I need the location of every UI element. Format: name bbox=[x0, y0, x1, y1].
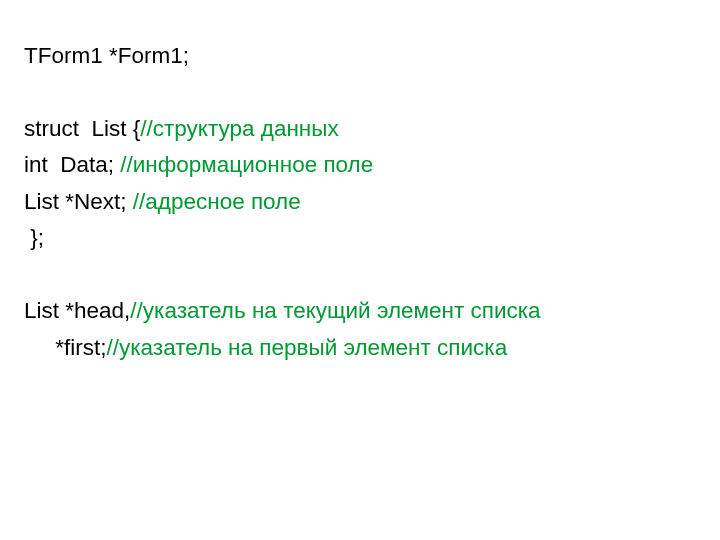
code-comment: //структура данных bbox=[140, 116, 338, 141]
code-line: *first;//указатель на первый элемент спи… bbox=[24, 330, 696, 366]
code-line: int Data; //информационное поле bbox=[24, 147, 696, 183]
code-comment: //информационное поле bbox=[120, 152, 373, 177]
code-comment: //адресное поле bbox=[133, 189, 301, 214]
code-text: List *head, bbox=[24, 298, 130, 323]
code-block: TForm1 *Form1; struct List {//структура … bbox=[0, 0, 720, 366]
code-text: List *Next; bbox=[24, 189, 133, 214]
code-line: }; bbox=[24, 220, 696, 256]
code-comment: //указатель на первый элемент списка bbox=[107, 335, 508, 360]
code-text: struct List { bbox=[24, 116, 140, 141]
code-text: TForm1 *Form1; bbox=[24, 43, 189, 68]
code-line bbox=[24, 257, 696, 293]
code-line: List *Next; //адресное поле bbox=[24, 184, 696, 220]
code-text: int Data; bbox=[24, 152, 120, 177]
code-text: }; bbox=[24, 225, 44, 250]
code-line: struct List {//структура данных bbox=[24, 111, 696, 147]
code-line bbox=[24, 74, 696, 110]
code-comment: //указатель на текущий элемент списка bbox=[130, 298, 540, 323]
code-line: List *head,//указатель на текущий элемен… bbox=[24, 293, 696, 329]
code-line: TForm1 *Form1; bbox=[24, 38, 696, 74]
code-text: *first; bbox=[24, 335, 107, 360]
